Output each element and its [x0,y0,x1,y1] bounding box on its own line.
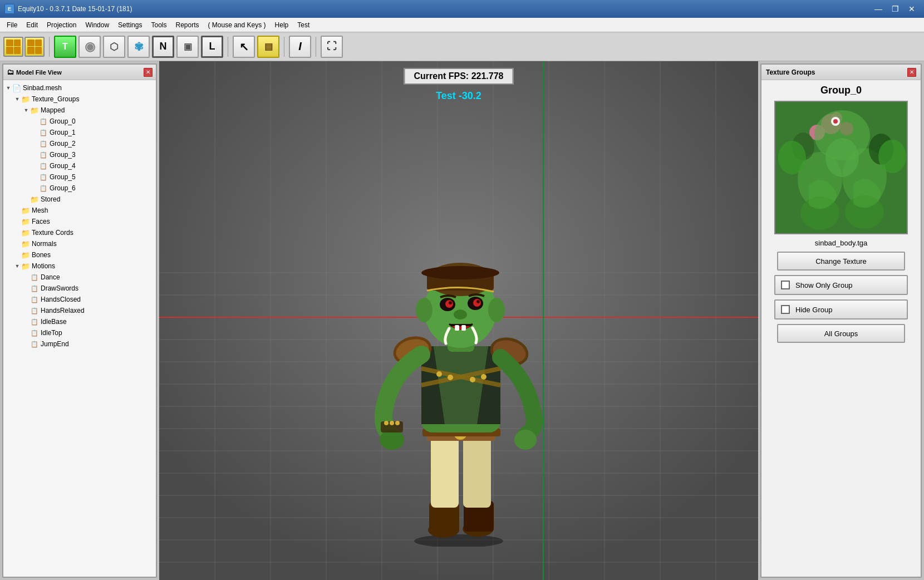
hide-group-row[interactable]: Hide Group [774,299,908,320]
tree-item[interactable]: ▼📁Texture_Groups [4,94,155,105]
tree-label: Texture_Groups [32,95,79,103]
tree-item[interactable]: 📋Group_0 [4,116,155,127]
tree-item[interactable]: 📁Texture Cords [4,227,155,238]
left-panel: 🗂 Model File View ✕ ▼ 📄 Sinbad.mesh ▼📁Te… [2,63,157,578]
tree-item[interactable]: 📁Bones [4,249,155,260]
menu-item-projection[interactable]: Projection [42,19,81,31]
tree-item[interactable]: 📋HandsRelaxed [4,305,155,316]
menu-item-tools[interactable]: Tools [146,19,171,31]
menu-item-test[interactable]: Test [293,19,314,31]
title-bar-left: E Equity10 - 0.3.7.1 Date 15-01-17 (181) [4,4,132,14]
l-button[interactable]: L [201,36,223,58]
square-button[interactable]: ▣ [176,36,199,58]
show-only-group-label: Show Only Group [795,281,853,289]
tree-item[interactable]: 📋Group_1 [4,127,155,138]
n-button[interactable]: N [152,36,174,58]
tree-item[interactable]: 📋Group_6 [4,183,155,194]
close-button[interactable]: ✕ [904,3,920,15]
fullscreen-button[interactable]: ⛶ [321,36,343,58]
t-button[interactable]: T [54,36,76,58]
right-panel-title: Texture Groups [766,68,815,76]
tree-label: HandsRelaxed [41,307,85,314]
tree-item[interactable]: 📋IdleBase [4,316,155,327]
tree-container[interactable]: ▼ 📄 Sinbad.mesh ▼📁Texture_Groups▼📁Mapped… [3,80,156,577]
i-button[interactable]: I [289,36,311,58]
tree-item[interactable]: 📋IdleTop [4,327,155,338]
tree-item[interactable]: 📁Mesh [4,205,155,216]
tree-item[interactable]: 📋JumpEnd [4,338,155,350]
fps-display: Current FPS: 221.778 [404,68,514,85]
tree-label: Dance [41,273,60,281]
texture-preview [774,101,908,234]
viewport[interactable]: Current FPS: 221.778 Test -30.2 [159,61,758,580]
show-only-group-checkbox[interactable] [781,281,790,289]
character-svg [361,213,556,547]
tree-root[interactable]: ▼ 📄 Sinbad.mesh [4,82,155,94]
tree-label: IdleBase [41,318,67,326]
nodes-button[interactable]: ⬡ [103,36,125,58]
tree-item[interactable]: 📋HandsClosed [4,294,155,305]
right-panel-close[interactable]: ✕ [907,68,916,77]
svg-point-68 [476,300,480,303]
grid-button-2[interactable] [24,37,45,57]
svg-rect-36 [431,435,459,508]
toolbar: T ◉ ⬡ ✾ N ▣ L ↖ ▤ I ⛶ [0,32,924,61]
menu-item-edit[interactable]: Edit [22,19,42,31]
tree-label: Group_3 [50,151,76,159]
maximize-button[interactable]: ❐ [887,3,903,15]
right-panel-header: Texture Groups ✕ [761,65,921,80]
toolbar-separator-4 [316,37,316,57]
tree-label: Group_6 [50,184,76,192]
hide-group-checkbox[interactable] [781,305,790,314]
right-panel: Texture Groups ✕ Group_0 [760,63,922,578]
tree-item[interactable]: ▼📁Mapped [4,105,155,116]
root-label: Sinbad.mesh [23,84,62,92]
tree-item[interactable]: 📋Group_3 [4,149,155,160]
tree-label: Mapped [41,106,65,114]
layers-button[interactable]: ▤ [257,36,279,58]
left-panel-close[interactable]: ✕ [144,68,153,77]
svg-point-43 [448,375,453,380]
svg-point-44 [470,377,475,382]
tree-item[interactable]: 📋Dance [4,272,155,283]
tree-label: Group_5 [50,173,76,181]
grid-buttons [3,37,45,57]
ring-button[interactable]: ✾ [127,36,150,58]
change-texture-button[interactable]: Change Texture [777,252,905,271]
menu-item-file[interactable]: File [2,19,22,31]
right-panel-content: Group_0 [761,80,921,577]
svg-point-67 [449,301,452,304]
title-bar-controls: — ❐ ✕ [871,3,920,15]
tree-item[interactable]: 📋Group_5 [4,171,155,183]
grid-button-1[interactable] [3,37,23,57]
tree-item[interactable]: ▼📁Motions [4,260,155,272]
svg-point-62 [421,266,499,279]
svg-point-58 [416,298,432,322]
svg-point-31 [414,534,503,547]
menu-item-help[interactable]: Help [271,19,293,31]
show-only-group-row[interactable]: Show Only Group [774,275,908,295]
panel-icon: 🗂 [7,68,14,76]
tree-item[interactable]: 📁Normals [4,238,155,249]
minimize-button[interactable]: — [871,3,886,15]
tree-label: DrawSwords [41,284,78,292]
sphere-button[interactable]: ◉ [78,36,101,58]
tree-item[interactable]: 📋DrawSwords [4,283,155,294]
menu-item--mouse-and-keys-[interactable]: ( Mouse and Keys ) [204,19,271,31]
test-label: Test -30.2 [436,90,481,102]
menu-item-window[interactable]: Window [81,19,114,31]
tree-item[interactable]: 📋Group_4 [4,160,155,171]
menu-item-reports[interactable]: Reports [171,19,203,31]
tree-item[interactable]: 📁Faces [4,216,155,227]
svg-point-50 [380,430,404,450]
svg-point-88 [878,140,906,173]
cursor-button[interactable]: ↖ [233,36,255,58]
tree-label: HandsClosed [41,296,81,303]
menu-item-settings[interactable]: Settings [114,19,146,31]
tree-item[interactable]: 📋Group_2 [4,138,155,149]
tree-label: Group_2 [50,140,76,148]
root-icon: 📄 [12,83,21,92]
tree-item[interactable]: 📁Stored [4,194,155,205]
all-groups-button[interactable]: All Groups [777,324,905,343]
tree-label: Motions [32,262,55,270]
